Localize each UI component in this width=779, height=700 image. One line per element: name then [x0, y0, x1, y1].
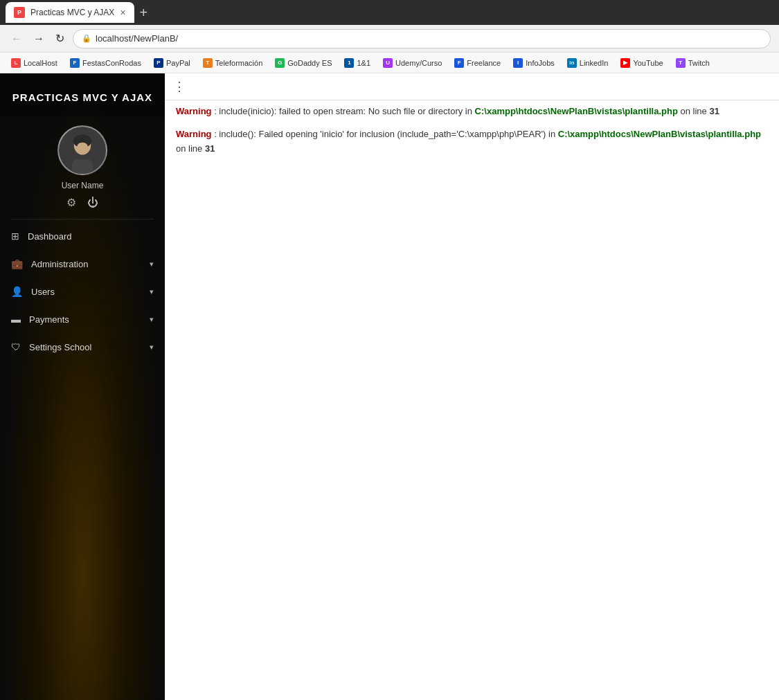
main-content: ⋮ Warning : include(inicio): failed to o… — [165, 73, 779, 700]
three-dots-menu[interactable]: ⋮ — [173, 80, 187, 93]
app-title: PRACTICAS MVC Y AJAX — [0, 84, 165, 111]
bookmark-favicon-paypal: P — [154, 58, 163, 68]
bookmark-favicon-infojobs: I — [513, 58, 523, 68]
bookmark-oneandone[interactable]: 11&1 — [339, 56, 376, 70]
page-wrapper: PRACTICAS MVC Y AJAX User Na — [0, 73, 779, 700]
sidebar-item-label: Users — [31, 287, 141, 297]
tab-bar: P Practicas MVC y AJAX × + — [0, 0, 779, 25]
payments-icon: ▬ — [11, 314, 21, 325]
warning-label-2: Warning — [176, 129, 212, 139]
bookmark-label-linkedin: LinkedIn — [580, 59, 609, 67]
bookmark-label-youtube: YouTube — [633, 59, 663, 67]
sidebar-item-dashboard[interactable]: ⊞ Dashboard — [0, 222, 165, 250]
bookmark-label-twitch: Twitch — [688, 59, 710, 67]
bookmark-teleformacion[interactable]: TTeleformación — [197, 56, 268, 70]
bookmark-favicon-twitch: T — [676, 58, 686, 68]
user-name: User Name — [62, 181, 104, 190]
sidebar-item-users[interactable]: 👤 Users ▾ — [0, 278, 165, 305]
warning-online-1: on line — [681, 106, 710, 116]
svg-point-3 — [77, 143, 87, 150]
bookmark-favicon-godaddy: G — [275, 58, 285, 68]
forward-button[interactable]: → — [30, 30, 47, 48]
chevron-down-icon: ▾ — [150, 315, 154, 324]
bookmark-label-freelance: Freelance — [467, 59, 501, 67]
bookmark-label-godaddy: GoDaddy ES — [287, 59, 332, 67]
warning-path-2: C:\xampp\htdocs\NewPlanB\vistas\plantill… — [558, 129, 761, 139]
chevron-down-icon: ▾ — [150, 260, 154, 269]
bookmark-infojobs[interactable]: IInfoJobs — [508, 56, 560, 70]
bookmark-label-festasconrodas: FestasConRodas — [82, 59, 141, 67]
sidebar-item-label: Payments — [29, 314, 141, 325]
dashboard-icon: ⊞ — [11, 231, 19, 242]
back-button[interactable]: ← — [8, 30, 25, 48]
warning-line-2: 31 — [205, 143, 215, 154]
sidebar-item-label: Dashboard — [28, 231, 154, 242]
bookmark-festasconrodas[interactable]: FFestasConRodas — [64, 56, 147, 70]
url-display: localhost/NewPlanB/ — [96, 33, 178, 44]
new-tab-button[interactable]: + — [140, 5, 148, 21]
browser-window: P Practicas MVC y AJAX × + ← → ↻ 🔒 local… — [0, 0, 779, 73]
bookmark-twitch[interactable]: TTwitch — [670, 56, 715, 70]
bookmark-favicon-youtube: ▶ — [620, 58, 630, 68]
reload-button[interactable]: ↻ — [53, 29, 67, 48]
sidebar-header: PRACTICAS MVC Y AJAX — [0, 73, 165, 117]
tab-title: Practicas MVC y AJAX — [30, 8, 114, 17]
bookmark-favicon-freelance: F — [454, 58, 464, 68]
bookmark-favicon-linkedin: in — [567, 58, 577, 68]
avatar — [57, 125, 107, 175]
bookmark-label-localhost: LocalHost — [24, 59, 57, 67]
tab-favicon: P — [14, 7, 25, 18]
bookmark-favicon-festasconrodas: F — [70, 58, 80, 68]
chevron-down-icon: ▾ — [150, 287, 154, 296]
nav-menu: ⊞ Dashboard 💼 Administration ▾ 👤 Users ▾… — [0, 222, 165, 361]
bookmark-label-udemy: Udemy/Curso — [395, 59, 442, 67]
user-profile: User Name ⚙ ⏻ — [0, 117, 165, 216]
bookmark-youtube[interactable]: ▶YouTube — [615, 56, 668, 70]
warning-label-1: Warning — [176, 106, 212, 116]
php-warning-1: Warning : include(inicio): failed to ope… — [165, 100, 779, 123]
bookmark-label-paypal: PayPal — [166, 59, 190, 67]
warning-online-2: on line — [176, 143, 205, 154]
sidebar-content: PRACTICAS MVC Y AJAX User Na — [0, 73, 165, 361]
warning-line-1: 31 — [709, 106, 719, 116]
sidebar-divider — [11, 219, 154, 219]
bookmark-favicon-localhost: L — [11, 58, 21, 68]
php-warning-2: Warning : include(): Failed opening 'ini… — [165, 123, 779, 161]
sidebar-item-settings-school[interactable]: 🛡 Settings School ▾ — [0, 333, 165, 361]
bookmark-label-infojobs: InfoJobs — [526, 59, 555, 67]
bookmark-udemy[interactable]: UUdemy/Curso — [377, 56, 447, 70]
svg-rect-4 — [72, 159, 93, 174]
bookmark-paypal[interactable]: PPayPal — [148, 56, 196, 70]
bookmark-favicon-oneandone: 1 — [344, 58, 354, 68]
warning-message-1: : include(inicio): failed to open stream… — [214, 106, 474, 116]
bookmark-favicon-udemy: U — [383, 58, 393, 68]
bookmark-freelance[interactable]: FFreelance — [449, 56, 506, 70]
bookmark-linkedin[interactable]: inLinkedIn — [562, 56, 614, 70]
administration-icon: 💼 — [11, 258, 23, 269]
shield-icon: 🛡 — [11, 341, 21, 352]
sidebar-item-administration[interactable]: 💼 Administration ▾ — [0, 250, 165, 278]
sidebar-item-label: Administration — [31, 259, 141, 269]
bookmark-godaddy[interactable]: GGoDaddy ES — [269, 56, 337, 70]
tab-close-button[interactable]: × — [120, 7, 125, 18]
chevron-down-icon: ▾ — [150, 343, 154, 352]
bookmarks-bar: LLocalHostFFestasConRodasPPayPalTTelefor… — [0, 53, 779, 73]
content-header: ⋮ — [165, 73, 779, 100]
address-bar[interactable]: 🔒 localhost/NewPlanB/ — [73, 29, 771, 48]
browser-tab[interactable]: P Practicas MVC y AJAX × — [6, 2, 134, 23]
bookmark-label-oneandone: 1&1 — [357, 59, 370, 67]
bookmark-label-teleformacion: Teleformación — [215, 59, 262, 67]
sidebar-item-payments[interactable]: ▬ Payments ▾ — [0, 305, 165, 333]
logout-button[interactable]: ⏻ — [87, 196, 98, 209]
settings-button[interactable]: ⚙ — [66, 196, 76, 209]
php-warnings: Warning : include(inicio): failed to ope… — [165, 100, 779, 160]
warning-message-2: : include(): Failed opening 'inicio' for… — [214, 129, 558, 139]
bookmark-favicon-teleformacion: T — [203, 58, 213, 68]
navigation-bar: ← → ↻ 🔒 localhost/NewPlanB/ — [0, 25, 779, 53]
bookmark-localhost[interactable]: LLocalHost — [6, 56, 63, 70]
sidebar-item-label: Settings School — [29, 342, 141, 352]
security-lock-icon: 🔒 — [82, 34, 91, 43]
sidebar: PRACTICAS MVC Y AJAX User Na — [0, 73, 165, 700]
users-icon: 👤 — [11, 286, 23, 297]
user-actions: ⚙ ⏻ — [66, 196, 98, 209]
